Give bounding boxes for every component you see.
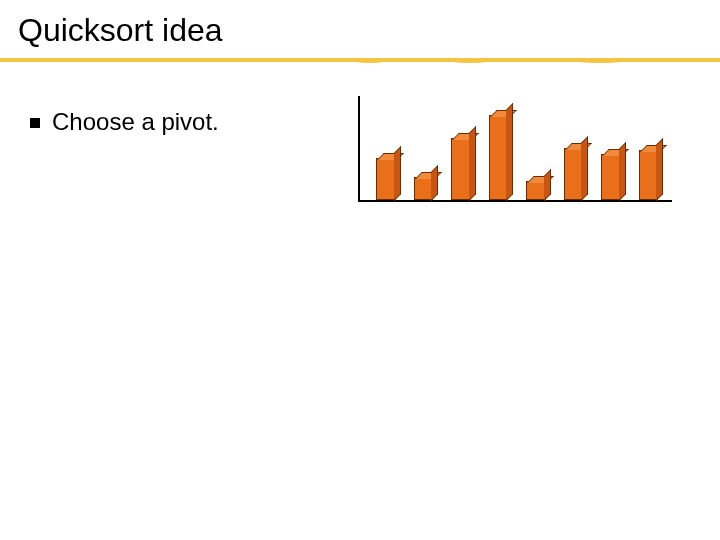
chart-bar — [489, 115, 509, 200]
chart-bar — [414, 177, 434, 200]
chart-bar — [526, 181, 546, 200]
chart-bar — [639, 150, 659, 200]
chart-bar — [564, 148, 584, 200]
bar-chart — [358, 96, 672, 202]
chart-bar — [601, 154, 621, 200]
bullet-text: Choose a pivot. — [52, 108, 219, 136]
title-underline — [0, 58, 720, 64]
chart-bar — [451, 138, 471, 200]
square-bullet-icon — [30, 118, 40, 128]
slide-title: Quicksort idea — [0, 0, 720, 49]
chart-bar — [376, 158, 396, 200]
chart-bars — [358, 96, 672, 202]
